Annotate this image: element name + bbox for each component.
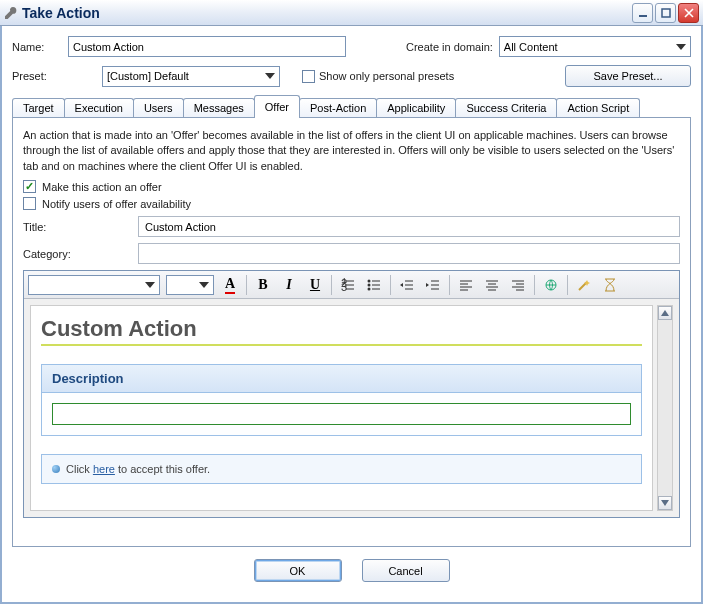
window-title: Take Action: [22, 5, 632, 21]
make-offer-checkbox[interactable]: [23, 180, 36, 193]
make-offer-label: Make this action an offer: [42, 181, 162, 193]
minimize-button[interactable]: [632, 3, 653, 23]
bold-icon[interactable]: B: [253, 275, 273, 295]
italic-icon[interactable]: I: [279, 275, 299, 295]
offer-category-label: Category:: [23, 248, 138, 260]
app-icon: [4, 6, 18, 20]
description-section-head: Description: [41, 364, 642, 393]
offer-title-input[interactable]: [138, 216, 680, 237]
tab-post-action[interactable]: Post-Action: [299, 98, 377, 118]
tab-target[interactable]: Target: [12, 98, 65, 118]
hyperlink-icon[interactable]: [541, 275, 561, 295]
scroll-down-icon[interactable]: [658, 496, 672, 510]
close-button[interactable]: [678, 3, 699, 23]
domain-label: Create in domain:: [406, 41, 493, 53]
svg-rect-0: [639, 15, 647, 17]
offer-help-text: An action that is made into an 'Offer' b…: [23, 128, 680, 174]
tab-execution[interactable]: Execution: [64, 98, 134, 118]
name-input[interactable]: [68, 36, 346, 57]
preset-label: Preset:: [12, 70, 102, 82]
offer-category-input[interactable]: [138, 243, 680, 264]
scroll-up-icon[interactable]: [658, 306, 672, 320]
tab-applicability[interactable]: Applicability: [376, 98, 456, 118]
description-input-box[interactable]: [52, 403, 631, 425]
heading-rule: [41, 344, 642, 346]
tab-users[interactable]: Users: [133, 98, 184, 118]
description-editor: A B I U 123: [23, 270, 680, 518]
tab-offer[interactable]: Offer: [254, 95, 300, 118]
editor-document[interactable]: Custom Action Description Click here to …: [30, 305, 653, 511]
maximize-button[interactable]: [655, 3, 676, 23]
ok-button[interactable]: OK: [254, 559, 342, 582]
svg-point-6: [368, 283, 371, 286]
svg-point-5: [368, 279, 371, 282]
preset-select[interactable]: [Custom] Default: [102, 66, 280, 87]
svg-text:3: 3: [341, 281, 347, 292]
cancel-button[interactable]: Cancel: [362, 559, 450, 582]
personal-presets-checkbox[interactable]: [302, 70, 315, 83]
accept-link[interactable]: here: [93, 463, 115, 475]
accept-text-pre: Click: [66, 463, 93, 475]
align-left-icon[interactable]: [456, 275, 476, 295]
indent-icon[interactable]: [423, 275, 443, 295]
personal-presets-label: Show only personal presets: [319, 70, 454, 82]
font-size-select[interactable]: [166, 275, 214, 295]
hourglass-icon[interactable]: [600, 275, 620, 295]
font-color-icon[interactable]: A: [220, 275, 240, 295]
svg-point-7: [368, 287, 371, 290]
doc-heading: Custom Action: [41, 316, 642, 342]
bullet-icon: [52, 465, 60, 473]
font-family-select[interactable]: [28, 275, 160, 295]
svg-rect-1: [662, 9, 670, 17]
domain-select[interactable]: All Content: [499, 36, 691, 57]
underline-icon[interactable]: U: [305, 275, 325, 295]
tab-action-script[interactable]: Action Script: [556, 98, 640, 118]
editor-scrollbar[interactable]: [657, 305, 673, 511]
tab-messages[interactable]: Messages: [183, 98, 255, 118]
numbered-list-icon[interactable]: 123: [338, 275, 358, 295]
align-center-icon[interactable]: [482, 275, 502, 295]
name-label: Name:: [12, 41, 68, 53]
notify-checkbox[interactable]: [23, 197, 36, 210]
wand-icon[interactable]: [574, 275, 594, 295]
offer-title-label: Title:: [23, 221, 138, 233]
save-preset-button[interactable]: Save Preset...: [565, 65, 691, 87]
bulleted-list-icon[interactable]: [364, 275, 384, 295]
accept-offer-row: Click here to accept this offer.: [41, 454, 642, 484]
notify-label: Notify users of offer availability: [42, 198, 191, 210]
align-right-icon[interactable]: [508, 275, 528, 295]
tab-success-criteria[interactable]: Success Criteria: [455, 98, 557, 118]
outdent-icon[interactable]: [397, 275, 417, 295]
description-section-body: [41, 393, 642, 436]
accept-text-post: to accept this offer.: [115, 463, 210, 475]
